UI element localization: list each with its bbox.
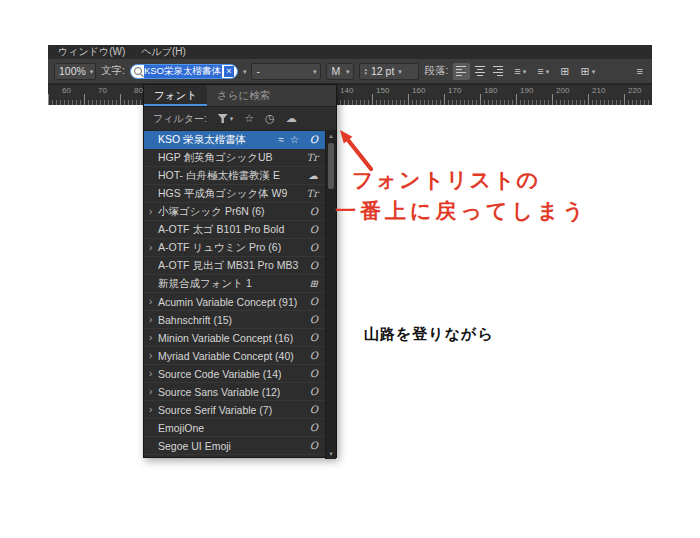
opentype-variable-icon: O [305, 368, 318, 379]
font-list-item[interactable]: 新規合成フォント 1⊞ [144, 275, 325, 293]
chevron-down-icon: ▾ [313, 68, 317, 75]
tab-fonts[interactable]: フォント [144, 85, 207, 106]
ruler-number: 190 [520, 86, 533, 95]
m-value: M [331, 65, 340, 77]
font-list-item[interactable]: A-OTF 見出ゴ MB31 Pro MB31O [144, 257, 325, 275]
zoom-select[interactable]: 100% ▾ [54, 63, 96, 80]
favorites-star-icon[interactable]: ☆ [244, 113, 254, 124]
font-list-item[interactable]: KSO 栄泉太楷書体≈☆O [144, 131, 325, 149]
font-style-select[interactable]: - ▾ [251, 63, 321, 80]
paragraph-label: 段落: [424, 64, 448, 78]
scroll-down-icon[interactable]: ▼ [326, 449, 336, 459]
step-down-icon[interactable]: ▾ [364, 71, 367, 75]
font-name: Bahnschrift (15) [158, 314, 299, 326]
opentype-icon: O [305, 206, 318, 217]
recent-clock-icon[interactable]: ◷ [265, 113, 275, 124]
font-name: Minion Variable Concept (16) [158, 332, 299, 344]
font-name: HOT- 白舟極太楷書教漢 E [158, 169, 299, 183]
menu-icon: ≡ [537, 66, 543, 77]
expand-chevron-icon[interactable]: › [149, 242, 158, 253]
font-name: A-OTF 太ゴ B101 Pro Bold [158, 223, 299, 237]
expand-chevron-icon[interactable]: › [149, 206, 158, 217]
font-list-item[interactable]: ARゴシック体MTr [144, 455, 325, 459]
font-list-item[interactable]: ›小塚ゴシック Pr6N (6)O [144, 203, 325, 221]
clear-search-icon[interactable]: × [224, 66, 234, 77]
chevron-down-icon: ▾ [230, 115, 234, 122]
grid-icon: ⊞ [580, 66, 589, 77]
menu-item-window[interactable]: ウィンドウ(W) [58, 45, 125, 59]
opentype-icon: O [305, 242, 318, 253]
opentype-variable-icon: O [305, 404, 318, 415]
font-size-stepper[interactable]: ▴ ▾ 12 pt ▾ [359, 63, 419, 80]
panel-menu-button[interactable]: ≡ [634, 65, 646, 78]
expand-chevron-icon[interactable]: › [149, 368, 158, 379]
adobe-fonts-sync-icon: ☁ [305, 170, 318, 181]
ruler-number: 220 [628, 86, 641, 95]
opentype-variable-icon: O [305, 386, 318, 397]
adobe-fonts-cloud-icon[interactable]: ☁ [286, 113, 297, 124]
expand-chevron-icon[interactable]: › [149, 332, 158, 343]
align-left-button[interactable] [453, 63, 470, 80]
chevron-down-icon: ▾ [592, 68, 596, 75]
expand-chevron-icon[interactable]: › [149, 296, 158, 307]
font-list-item[interactable]: ›Minion Variable Concept (16)O [144, 329, 325, 347]
font-list: KSO 栄泉太楷書体≈☆OHGP 創英角ゴシックUBTrHOT- 白舟極太楷書教… [144, 131, 325, 459]
expand-chevron-icon[interactable]: › [149, 386, 158, 397]
chevron-down-icon: ▾ [90, 68, 94, 75]
character-label: 文字: [101, 64, 125, 78]
opentype-icon: O [305, 134, 318, 145]
tab-find-more[interactable]: さらに検索 [207, 85, 280, 106]
stepper-arrows-icon[interactable]: ▴ ▾ [364, 67, 367, 75]
expand-chevron-icon[interactable]: › [149, 350, 158, 361]
opentype-variable-icon: O [305, 350, 318, 361]
favorite-star-icon[interactable]: ☆ [290, 134, 299, 145]
ruler-number: 200 [556, 86, 569, 95]
composer-grid-button[interactable]: ⊞ [557, 65, 572, 78]
ruler-number: 60 [62, 86, 71, 95]
search-text-selected: KSO栄泉太楷書体 [144, 65, 222, 78]
font-family-dropdown-arrow[interactable]: ▾ [243, 68, 247, 75]
font-list-item[interactable]: HOT- 白舟極太楷書教漢 E☁ [144, 167, 325, 185]
m-dropdown[interactable]: M ▾ [326, 63, 354, 80]
align-right-button[interactable] [489, 63, 506, 80]
font-list-item[interactable]: ›Myriad Variable Concept (40)O [144, 347, 325, 365]
font-list-item[interactable]: HGP 創英角ゴシックUBTr [144, 149, 325, 167]
font-list-item[interactable]: ›Bahnschrift (15)O [144, 311, 325, 329]
font-panel-tabs: フォントさらに検索 [144, 85, 336, 107]
font-name: Source Code Variable (14) [158, 368, 299, 380]
scrollbar[interactable]: ▲ ▼ [325, 131, 336, 459]
font-list-item[interactable]: ›Acumin Variable Concept (91)O [144, 293, 325, 311]
font-list-item[interactable]: A-OTF 太ゴ B101 Pro BoldO [144, 221, 325, 239]
opentype-icon: O [305, 260, 318, 271]
font-list-item[interactable]: Segoe UI EmojiO [144, 437, 325, 455]
font-list-item[interactable]: ›Source Code Variable (14)O [144, 365, 325, 383]
font-list-item[interactable]: ›Source Sans Variable (12)O [144, 383, 325, 401]
font-list-item[interactable]: ›A-OTF リュウミン Pro (6)O [144, 239, 325, 257]
font-list-item[interactable]: ›Source Serif Variable (7)O [144, 401, 325, 419]
menu-icon: ≡ [637, 66, 643, 77]
font-name: Source Sans Variable (12) [158, 386, 299, 398]
font-list-item[interactable]: EmojiOneO [144, 419, 325, 437]
annotation-text-line1: フォントリストの [352, 166, 540, 194]
menu-item-help[interactable]: ヘルプ(H) [141, 45, 186, 59]
font-name: Acumin Variable Concept (91) [158, 296, 299, 308]
expand-chevron-icon[interactable]: › [149, 404, 158, 415]
app-window: ウィンドウ(W)ヘルプ(H) 100% ▾ 文字: KSO栄泉太楷書体 × ▾ … [48, 45, 652, 104]
font-name: Segoe UI Emoji [158, 440, 299, 452]
grid-options-button[interactable]: ⊞ ▾ [577, 65, 598, 78]
screenshot-canvas: ウィンドウ(W)ヘルプ(H) 100% ▾ 文字: KSO栄泉太楷書体 × ▾ … [0, 0, 700, 538]
paragraph-options-button[interactable]: ≡ ▾ [534, 65, 552, 78]
ruler-number: 150 [376, 86, 389, 95]
opentype-variable-icon: O [305, 296, 318, 307]
font-name: 新規合成フォント 1 [158, 277, 299, 291]
font-dropdown-panel: フォントさらに検索 フィルター: ▾ ☆ ◷ ☁ KSO 栄泉太楷書体≈☆OHG… [143, 84, 337, 458]
similar-fonts-icon[interactable]: ≈ [279, 134, 285, 145]
truetype-icon: Tr [305, 458, 318, 459]
font-list-item[interactable]: HGS 平成角ゴシック体 W9Tr [144, 185, 325, 203]
ruler-major-ticks [48, 94, 652, 105]
filter-funnel-icon[interactable]: ▾ [218, 114, 234, 123]
font-search-input[interactable]: KSO栄泉太楷書体 × [130, 64, 238, 79]
expand-chevron-icon[interactable]: › [149, 314, 158, 325]
align-center-button[interactable] [471, 63, 488, 80]
text-options-button[interactable]: ≡ ▾ [511, 65, 529, 78]
